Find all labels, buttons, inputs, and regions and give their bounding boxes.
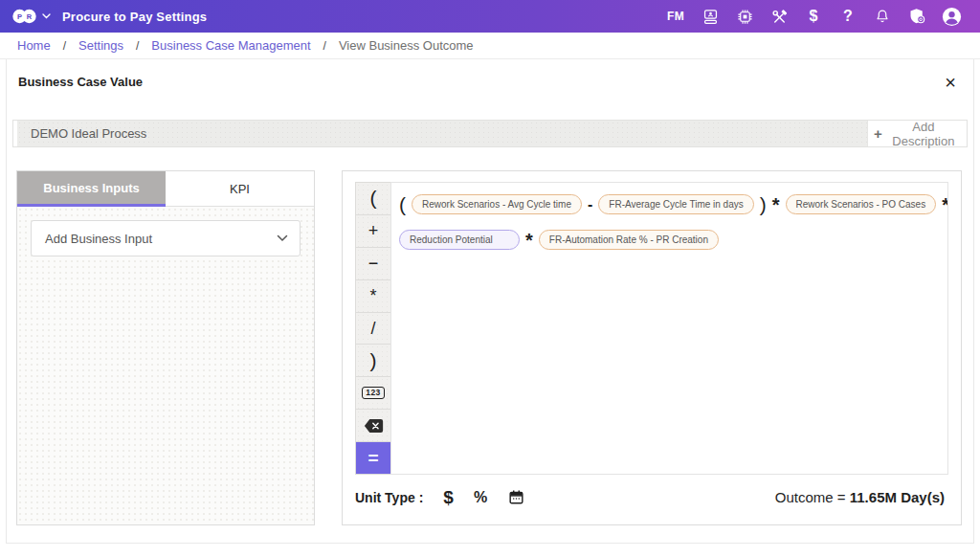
inputs-tab-body: Add Business Input [17,207,314,524]
tools-icon[interactable] [762,0,796,33]
breadcrumb-home[interactable]: Home [17,38,51,53]
ai-chip-icon[interactable] [727,0,762,33]
number-button[interactable]: 123 [356,377,390,410]
formula-panel: (+−*/)123= (Rework Scenarios - Avg Cycle… [342,170,962,525]
breadcrumb-separator: / [323,39,326,53]
id-badge-icon[interactable] [693,0,727,33]
app-switcher: P R Procure to Pay Settings [11,8,207,25]
formula-chip[interactable]: FR-Automation Rate % - PR Creation [539,230,719,250]
svg-text:P: P [17,12,22,21]
formula-row: Reduction Potential*FR-Automation Rate %… [399,230,942,250]
operator-keypad: (+−*/)123= [355,182,390,475]
formula-operator: - [588,197,592,212]
outcome-display: Outcome = 11.65M Day(s) [775,489,948,505]
svg-text:R: R [27,12,33,21]
header-actions: FM $ ? [658,0,969,33]
plus-icon: + [874,126,882,141]
inputs-panel: Business Inputs KPI Add Business Input [16,170,315,525]
equals-button[interactable]: = [356,442,390,474]
avatar-icon[interactable] [934,0,969,33]
multiply-button[interactable]: * [356,280,390,313]
formula-operator: ( [399,194,406,214]
business-case-value-panel: Business Case Value × DEMO Ideal Process… [6,59,974,544]
plus-button[interactable]: + [356,215,390,248]
add-business-input-placeholder: Add Business Input [45,232,152,246]
breadcrumb-settings[interactable]: Settings [78,38,123,53]
fm-button[interactable]: FM [658,0,693,33]
breadcrumb-business-case-management[interactable]: Business Case Management [151,38,310,53]
breadcrumb-separator: / [63,39,66,53]
divide-button[interactable]: / [356,313,390,345]
app-logo-icon[interactable]: P R [11,8,37,25]
breadcrumb-separator: / [136,39,139,53]
formula-chip[interactable]: Reduction Potential [399,230,520,250]
top-header: P R Procure to Pay Settings FM [0,0,980,33]
chevron-down-icon[interactable] [42,13,51,19]
process-name-field[interactable]: DEMO Ideal Process [13,121,867,146]
formula-canvas[interactable]: (Rework Scenarios - Avg Cycle time-FR-Av… [390,182,948,475]
breadcrumb-current: View Business Outcome [339,38,474,53]
help-icon[interactable]: ? [831,0,865,33]
tab-business-inputs[interactable]: Business Inputs [17,171,166,207]
open-paren-button[interactable]: ( [356,183,390,215]
app-title: Procure to Pay Settings [62,10,207,24]
formula-operator: * [772,195,780,214]
inputs-tabs: Business Inputs KPI [17,171,314,207]
content-panels: Business Inputs KPI Add Business Input (… [16,170,964,525]
bell-icon[interactable] [865,0,900,33]
backspace-button[interactable] [356,410,390,442]
unit-percent-button[interactable]: % [474,489,487,506]
dollar-icon[interactable]: $ [796,0,831,33]
add-description-label: Add Description [886,120,961,148]
outcome-value: 11.65M Day(s) [850,489,945,505]
shield-icon[interactable] [900,0,934,33]
unit-calendar-button[interactable] [507,488,525,506]
formula-builder: (+−*/)123= (Rework Scenarios - Avg Cycle… [355,182,948,475]
formula-footer: Unit Type : $ % [355,475,948,514]
formula-row: (Rework Scenarios - Avg Cycle time-FR-Av… [399,194,942,214]
unit-type-label: Unit Type : [355,490,423,505]
formula-operator: ) [760,194,767,214]
close-icon[interactable]: × [945,76,956,89]
outcome-label: Outcome = [775,489,850,505]
unit-type-selector: Unit Type : $ % [355,487,525,508]
formula-operator: * [525,231,533,250]
formula-chip[interactable]: Rework Scenarios - PO Cases [786,194,937,214]
tab-kpi[interactable]: KPI [166,171,314,207]
close-paren-button[interactable]: ) [356,345,390,377]
formula-chip[interactable]: Rework Scenarios - Avg Cycle time [412,194,582,214]
formula-operator: * [942,195,948,214]
formula-chip[interactable]: FR-Average Cycle Time in days [598,194,753,214]
page-title: Business Case Value [18,75,143,89]
minus-button[interactable]: − [356,248,390,280]
description-bar: DEMO Ideal Process + Add Description [12,120,968,147]
panel-header: Business Case Value × [7,59,973,89]
unit-dollar-button[interactable]: $ [443,487,454,508]
add-business-input-select[interactable]: Add Business Input [31,220,301,256]
breadcrumb: Home / Settings / Business Case Manageme… [0,33,980,59]
add-description-button[interactable]: + Add Description [867,121,967,146]
chevron-down-icon [277,234,288,242]
